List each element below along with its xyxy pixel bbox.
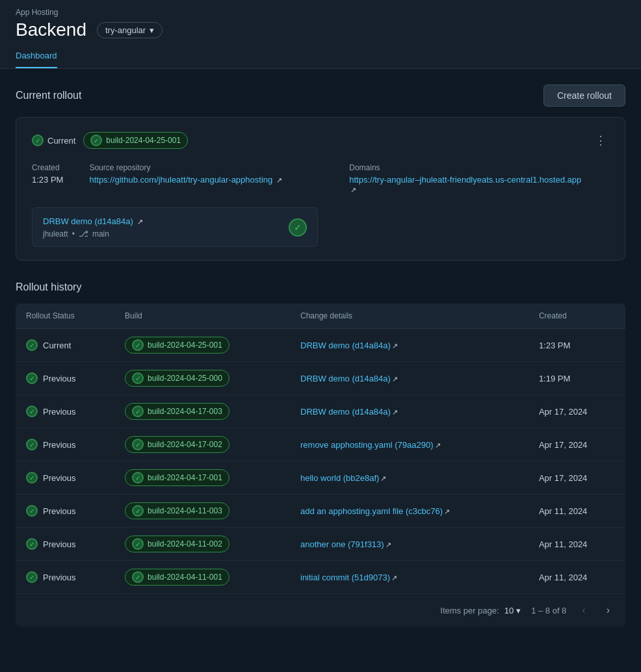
- tab-dashboard[interactable]: Dashboard: [16, 45, 57, 68]
- source-repo-value: https://github.com/jhuleatt/try-angular-…: [89, 175, 323, 185]
- pagination-row: Items per page: 10 ▾ 1 – 8 of 8 ‹ ›: [16, 593, 625, 627]
- row-status-label: Previous: [43, 440, 76, 450]
- row-build-badge: ✓ build-2024-04-25-001: [125, 337, 229, 354]
- overflow-menu-icon[interactable]: ⋮: [592, 131, 609, 150]
- row-status-label: Previous: [43, 473, 76, 483]
- status-cell: ✓ Current: [16, 329, 114, 362]
- row-build-check-icon: ✓: [132, 571, 144, 583]
- commit-link[interactable]: DRBW demo (d14a84a): [43, 216, 133, 226]
- change-link[interactable]: remove apphosting.yaml (79aa290): [300, 440, 434, 450]
- status-badge-cell: ✓ Previous: [26, 372, 104, 384]
- created-cell: 1:23 PM: [529, 329, 625, 362]
- pagination-range: 1 – 8 of 8: [531, 606, 566, 615]
- current-status-check-icon: ✓: [32, 135, 44, 146]
- table-row: ✓ Previous ✓ build-2024-04-17-002 remove…: [16, 428, 625, 461]
- build-check-icon: ✓: [90, 135, 102, 146]
- change-cell: DRBW demo (d14a84a)↗: [290, 362, 529, 395]
- row-status-check-icon: ✓: [26, 339, 38, 351]
- domains-value: https://try-angular–jhuleatt-friendlyeat…: [349, 175, 583, 194]
- current-rollout-header: Current rollout Create rollout: [16, 84, 625, 107]
- change-link[interactable]: DRBW demo (d14a84a): [300, 407, 391, 417]
- source-repo-label: Source repository: [89, 163, 323, 172]
- build-badge-cell: ✓ build-2024-04-11-003: [125, 502, 280, 519]
- row-build-id: build-2024-04-25-000: [148, 374, 222, 383]
- created-cell: Apr 17, 2024: [529, 461, 625, 495]
- source-repo-link[interactable]: https://github.com/jhuleatt/try-angular-…: [89, 175, 272, 185]
- commit-success-icon: ✓: [289, 218, 307, 237]
- commit-branch: main: [92, 229, 109, 239]
- build-badge-cell: ✓ build-2024-04-25-000: [125, 370, 280, 387]
- table-footer: Items per page: 10 ▾ 1 – 8 of 8 ‹ ›: [16, 593, 625, 627]
- build-badge-cell: ✓ build-2024-04-17-003: [125, 403, 280, 420]
- status-cell: ✓ Previous: [16, 495, 114, 528]
- branch-selector-label: try-angular: [105, 25, 146, 35]
- change-external-icon: ↗: [392, 342, 398, 350]
- change-external-icon: ↗: [435, 441, 441, 449]
- current-build-badge: ✓ build-2024-04-25-001: [83, 132, 188, 149]
- table-row: ✓ Previous ✓ build-2024-04-11-002 anothe…: [16, 528, 625, 561]
- domain-link[interactable]: https://try-angular–jhuleatt-friendlyeat…: [349, 175, 581, 185]
- col-header-change: Change details: [290, 304, 529, 329]
- row-build-id: build-2024-04-17-002: [148, 440, 222, 449]
- change-cell: remove apphosting.yaml (79aa290)↗: [290, 428, 529, 461]
- pagination: Items per page: 10 ▾ 1 – 8 of 8 ‹ ›: [16, 593, 625, 627]
- pagination-next-button[interactable]: ›: [601, 602, 615, 619]
- chevron-down-icon: ▾: [150, 25, 154, 35]
- status-badge-cell: ✓ Previous: [26, 472, 104, 484]
- change-external-icon: ↗: [392, 375, 398, 383]
- current-status-label: Current: [47, 136, 75, 146]
- tabs: Dashboard: [16, 45, 625, 68]
- status-cell: ✓ Previous: [16, 395, 114, 428]
- external-link-icon: ↗: [276, 176, 282, 184]
- create-rollout-button[interactable]: Create rollout: [543, 84, 625, 107]
- source-repo-col: Source repository https://github.com/jhu…: [89, 163, 323, 194]
- row-build-badge: ✓ build-2024-04-17-003: [125, 403, 229, 420]
- build-badge-cell: ✓ build-2024-04-17-002: [125, 436, 280, 453]
- status-badge-cell: ✓ Previous: [26, 439, 104, 450]
- created-value: 1:23 PM: [32, 175, 63, 185]
- build-cell: ✓ build-2024-04-17-003: [114, 395, 290, 428]
- row-status-label: Previous: [43, 374, 76, 383]
- branch-selector[interactable]: try-angular ▾: [97, 22, 163, 38]
- change-cell: add an apphosting.yaml file (c3cbc76)↗: [290, 495, 529, 528]
- created-label: Created: [32, 163, 63, 172]
- row-build-badge: ✓ build-2024-04-11-002: [125, 536, 229, 552]
- per-page-select[interactable]: 10 ▾: [504, 606, 521, 615]
- rollout-card: ✓ Current ✓ build-2024-04-25-001 ⋮ Creat…: [16, 117, 625, 261]
- table-row: ✓ Previous ✓ build-2024-04-25-000 DRBW d…: [16, 362, 625, 395]
- status-cell: ✓ Previous: [16, 561, 114, 594]
- status-badge-cell: ✓ Previous: [26, 538, 104, 550]
- status-badge-cell: ✓ Current: [26, 339, 104, 351]
- domain-external-icon: ↗: [350, 186, 356, 194]
- row-status-check-icon: ✓: [26, 372, 38, 384]
- pagination-items-per-page: Items per page: 10 ▾: [440, 606, 521, 615]
- build-cell: ✓ build-2024-04-25-001: [114, 329, 290, 362]
- change-link[interactable]: another one (791f313): [300, 539, 384, 549]
- change-link[interactable]: hello world (bb2e8af): [300, 473, 379, 483]
- created-col: Created 1:23 PM: [32, 163, 63, 194]
- rollout-history-title: Rollout history: [16, 281, 625, 293]
- row-build-badge: ✓ build-2024-04-17-001: [125, 469, 229, 486]
- row-status-check-icon: ✓: [26, 505, 38, 517]
- build-cell: ✓ build-2024-04-17-002: [114, 428, 290, 461]
- commit-external-icon: ↗: [137, 218, 143, 226]
- change-cell: DRBW demo (d14a84a)↗: [290, 395, 529, 428]
- app-title: Backend: [16, 19, 86, 40]
- table-row: ✓ Previous ✓ build-2024-04-11-001 initia…: [16, 561, 625, 594]
- change-link[interactable]: add an apphosting.yaml file (c3cbc76): [300, 506, 443, 516]
- row-build-check-icon: ✓: [132, 505, 144, 517]
- table-row: ✓ Previous ✓ build-2024-04-17-001 hello …: [16, 461, 625, 495]
- change-link[interactable]: initial commit (51d9073): [300, 573, 390, 582]
- commit-user: jhuleatt: [43, 229, 68, 239]
- app-hosting-label: App Hosting: [16, 8, 625, 17]
- change-cell: another one (791f313)↗: [290, 528, 529, 561]
- build-cell: ✓ build-2024-04-25-000: [114, 362, 290, 395]
- pagination-prev-button[interactable]: ‹: [577, 602, 590, 619]
- row-build-badge: ✓ build-2024-04-11-003: [125, 502, 229, 519]
- commit-meta: jhuleatt • ⎇ main: [43, 229, 143, 239]
- row-build-check-icon: ✓: [132, 472, 144, 484]
- status-badge-cell: ✓ Previous: [26, 406, 104, 417]
- change-link[interactable]: DRBW demo (d14a84a): [300, 341, 391, 350]
- row-build-check-icon: ✓: [132, 439, 144, 450]
- change-link[interactable]: DRBW demo (d14a84a): [300, 374, 391, 383]
